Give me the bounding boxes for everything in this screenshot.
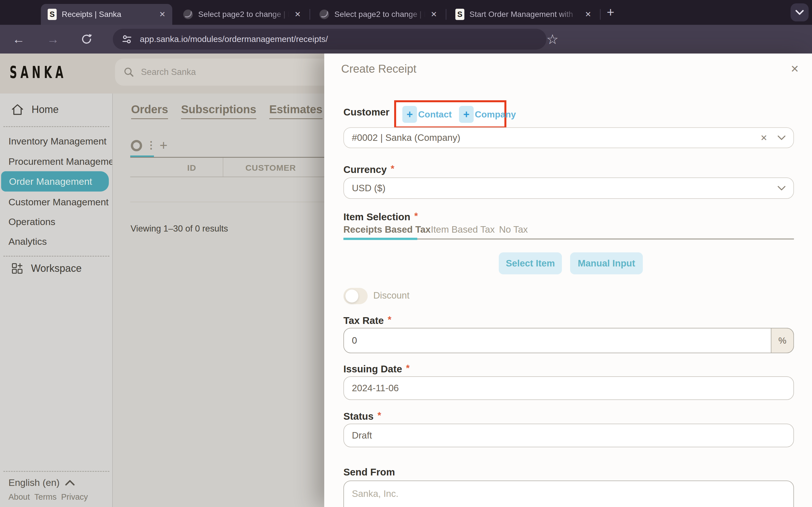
status-label: Status*: [343, 410, 381, 422]
add-view-button[interactable]: +: [160, 137, 167, 153]
close-panel-icon[interactable]: ✕: [791, 63, 799, 75]
search-placeholder: Search Sanka: [141, 67, 196, 77]
tab-subscriptions[interactable]: Subscriptions: [181, 103, 256, 119]
active-tab-indicator: [343, 238, 417, 240]
browser-toolbar: ← → app.sanka.io/modules/ordermanagement…: [0, 25, 812, 54]
table-row-rule: [130, 202, 324, 202]
tab-no-tax[interactable]: No Tax: [499, 224, 528, 235]
workspace-grid-icon: [11, 263, 23, 274]
view-circle-icon[interactable]: [131, 140, 142, 151]
tab-item-based-tax[interactable]: Item Based Tax: [431, 224, 495, 235]
plus-icon: +: [459, 106, 474, 123]
tax-rate-input[interactable]: 0 %: [343, 328, 794, 353]
sidebar-item-procurement[interactable]: Procurement Management: [8, 156, 112, 167]
item-selection-label: Item Selection*: [343, 211, 418, 223]
browser-window: S Receipts | Sanka ✕ Select page2 to cha…: [0, 0, 812, 507]
search-icon: [123, 67, 134, 77]
language-selector[interactable]: English (en): [8, 477, 75, 488]
chevron-up-icon: [65, 480, 75, 486]
plus-icon: +: [402, 106, 417, 123]
tab-orders[interactable]: Orders: [131, 103, 168, 119]
module-tabs: Orders Subscriptions Estimates: [131, 103, 322, 119]
bookmark-star-icon[interactable]: ☆: [546, 25, 559, 54]
terms-link[interactable]: Terms: [35, 492, 57, 502]
sidebar-divider: [3, 471, 109, 472]
customer-select[interactable]: #0002 | Sanka (Company) ✕: [343, 127, 794, 148]
status-input[interactable]: Draft: [343, 424, 794, 447]
discount-label: Discount: [373, 290, 409, 301]
send-from-input[interactable]: Sanka, Inc.: [343, 481, 794, 507]
tab-title: Select page2 to change | Djan: [198, 10, 289, 19]
chevron-down-icon[interactable]: [777, 135, 785, 140]
chevron-down-icon: [777, 186, 785, 190]
sidebar-divider: [3, 256, 109, 257]
url-text[interactable]: app.sanka.io/modules/ordermanagement/rec…: [140, 34, 328, 44]
tab-separator: [600, 9, 601, 20]
sidebar-item-home[interactable]: Home: [0, 104, 59, 115]
clear-selection-icon[interactable]: ✕: [760, 133, 767, 143]
close-tab-icon[interactable]: ✕: [430, 10, 437, 19]
create-receipt-panel: Create Receipt ✕ Customer + Contact + Co…: [324, 54, 812, 507]
browser-tab[interactable]: S Start Order Management with ✕: [449, 4, 598, 25]
manual-input-button[interactable]: Manual Input: [570, 252, 643, 274]
send-from-label: Send From: [343, 466, 395, 478]
currency-label: Currency*: [343, 163, 395, 175]
sidebar-item-customer[interactable]: Customer Management: [8, 196, 109, 208]
forward-button[interactable]: →: [47, 25, 59, 54]
sanka-favicon-icon: S: [48, 9, 57, 20]
column-header-customer[interactable]: CUSTOMER: [243, 160, 299, 176]
sanka-logo: SANKA: [10, 62, 67, 82]
annotation-highlight-box: + Contact + Company: [394, 100, 506, 128]
sidebar-item-analytics[interactable]: Analytics: [8, 236, 47, 247]
sidebar-nav: Home Inventory Management Procurement Ma…: [0, 94, 113, 507]
currency-select[interactable]: USD ($): [343, 177, 794, 199]
tab-title: Receipts | Sanka: [62, 10, 154, 19]
toggle-knob: [345, 290, 358, 302]
site-settings-icon[interactable]: [121, 34, 133, 45]
back-button[interactable]: ←: [12, 25, 25, 54]
select-item-button[interactable]: Select Item: [499, 252, 562, 274]
close-tab-icon[interactable]: ✕: [294, 10, 301, 19]
tab-search-button[interactable]: [791, 3, 809, 21]
browser-tab[interactable]: Select page2 to change | Djan ✕: [312, 4, 444, 25]
new-tab-button[interactable]: +: [607, 4, 614, 20]
sidebar-item-inventory[interactable]: Inventory Management: [8, 136, 107, 147]
column-separator: [223, 158, 223, 177]
browser-tab-strip: S Receipts | Sanka ✕ Select page2 to cha…: [0, 0, 812, 25]
browser-tab[interactable]: S Receipts | Sanka ✕: [41, 4, 172, 25]
discount-toggle[interactable]: [343, 288, 368, 304]
sidebar-item-order-management[interactable]: Order Management: [1, 171, 109, 191]
results-count: Viewing 1–30 of 0 results: [131, 224, 228, 234]
sidebar-item-workspace[interactable]: Workspace: [0, 263, 82, 274]
table-top-rule: [130, 157, 324, 158]
percent-addon: %: [771, 328, 794, 353]
sidebar-item-operations[interactable]: Operations: [8, 216, 55, 227]
sanka-favicon-icon: S: [455, 9, 464, 20]
add-contact-button[interactable]: + Contact: [402, 106, 452, 123]
globe-favicon-icon: [183, 9, 193, 19]
sidebar-divider: [3, 126, 109, 127]
tax-rate-label: Tax Rate*: [343, 314, 391, 326]
privacy-link[interactable]: Privacy: [61, 492, 88, 502]
table-header-rule: [130, 177, 324, 177]
browser-tab[interactable]: Select page2 to change | Djan ✕: [176, 4, 308, 25]
about-link[interactable]: About: [8, 492, 30, 502]
globe-favicon-icon: [319, 9, 329, 19]
column-header-id[interactable]: ID: [177, 160, 206, 176]
footer-links: About Terms Privacy: [8, 492, 88, 502]
view-options-kebab-icon[interactable]: ⋮: [146, 139, 156, 151]
issuing-date-input[interactable]: 2024-11-06: [343, 376, 794, 400]
tab-estimates[interactable]: Estimates: [269, 103, 322, 119]
tab-title: Select page2 to change | Djan: [335, 10, 425, 19]
tab-title: Start Order Management with: [469, 10, 580, 19]
tab-receipts-based-tax[interactable]: Receipts Based Tax: [343, 224, 430, 235]
reload-button[interactable]: [81, 25, 93, 54]
app-header: SANKA Search Sanka: [0, 54, 324, 94]
tab-separator: [446, 9, 446, 20]
add-company-button[interactable]: + Company: [459, 106, 516, 123]
close-tab-icon[interactable]: ✕: [159, 10, 165, 19]
address-bar[interactable]: app.sanka.io/modules/ordermanagement/rec…: [113, 29, 546, 50]
tab-separator: [310, 9, 310, 20]
close-tab-icon[interactable]: ✕: [585, 10, 591, 19]
home-icon: [11, 104, 24, 115]
